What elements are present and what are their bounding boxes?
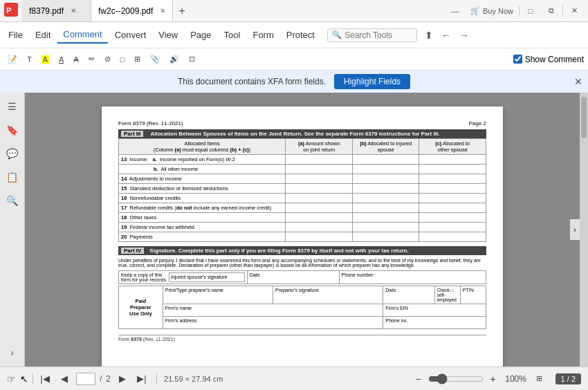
scroll-right-arrow[interactable]: › xyxy=(570,219,580,240)
back-button[interactable]: ← xyxy=(438,28,454,43)
next-page-button[interactable]: ▶ xyxy=(115,371,130,387)
forward-button[interactable]: → xyxy=(456,28,472,43)
preparer-date-cell: Date xyxy=(383,286,434,304)
sidebar-layers[interactable]: 📋 xyxy=(3,167,22,187)
xfa-close-button[interactable]: ✕ xyxy=(574,76,582,87)
new-tab-button[interactable]: + xyxy=(173,0,190,21)
sidebar-thumbnails[interactable]: ☰ xyxy=(3,97,22,116)
search-tools-input[interactable] xyxy=(344,30,412,40)
close-button[interactable]: ✕ xyxy=(564,1,584,21)
sticky-note-icon: 📝 xyxy=(8,55,17,64)
underline-icon: A xyxy=(59,55,64,64)
buyNow-label[interactable]: 🛒 Buy Now xyxy=(466,1,517,21)
fit-page-button[interactable]: ⊞ xyxy=(532,371,547,387)
zoom-in-button[interactable]: + xyxy=(486,372,500,386)
stamp-icon: ⊞ xyxy=(134,55,140,64)
menu-bar: File Edit Comment Convert View Page Tool… xyxy=(0,22,588,48)
part-iv-label: Part IV xyxy=(121,248,144,254)
zoom-out-button[interactable]: − xyxy=(412,372,425,386)
audio-btn[interactable]: 🔊 xyxy=(166,53,183,65)
erase-btn[interactable]: ⊘ xyxy=(101,53,114,65)
select-tool-icon[interactable]: ↖ xyxy=(20,373,28,384)
stamp-btn[interactable]: ⊞ xyxy=(131,53,144,65)
attach-btn[interactable]: 📎 xyxy=(147,53,163,65)
eraser-icon: ⊘ xyxy=(104,55,111,64)
show-comment-container: Show Comment xyxy=(513,55,584,64)
table-row: 15 Standard deduction or itemized deduct… xyxy=(119,184,486,194)
left-sidebar: ☰ 🔖 💬 📋 🔍 › xyxy=(0,93,25,366)
sig-date-label: Date xyxy=(250,272,260,277)
bottom-sep2 xyxy=(156,373,157,384)
text-comment-btn[interactable]: T xyxy=(24,54,35,65)
share-button[interactable]: ⬆ xyxy=(421,28,437,43)
ptin-cell: PTIN xyxy=(460,286,486,304)
menu-page[interactable]: Page xyxy=(185,27,217,43)
zoom-level-label: 100% xyxy=(503,374,529,384)
sidebar-search[interactable]: 🔍 xyxy=(3,191,22,210)
window-controls: — 🛒 Buy Now □ ⧉ ✕ xyxy=(445,1,584,21)
preparer-table: PaidPreparerUse Only Print/Type preparer… xyxy=(118,286,486,329)
highlight-icon: A xyxy=(42,55,49,64)
signature-table: Keep a copy of thisform for your records… xyxy=(118,270,486,284)
prev-page-button[interactable]: ◀ xyxy=(57,371,72,387)
menu-comment[interactable]: Comment xyxy=(57,26,107,44)
minimize-button[interactable]: — xyxy=(445,1,465,21)
menu-form[interactable]: Form xyxy=(247,27,279,43)
last-page-button[interactable]: ▶| xyxy=(134,371,149,387)
firm-ein-cell: Firm's EIN xyxy=(383,304,486,317)
menu-convert[interactable]: Convert xyxy=(109,27,152,43)
show-comment-label[interactable]: Show Comment xyxy=(525,55,584,64)
part-iv-header: Part IV Signature. Complete this part on… xyxy=(118,246,486,255)
comment-toolbar: 📝 T A A A ✏ ⊘ □ ⊞ 📎 🔊 ⊡ Show Comment xyxy=(0,48,588,71)
first-page-button[interactable]: |◀ xyxy=(37,371,53,387)
hand-tool-icon[interactable]: ☞ xyxy=(7,373,16,384)
sidebar-expand-arrow[interactable]: › xyxy=(3,343,22,362)
tab-f8379-close[interactable]: ✕ xyxy=(71,7,76,15)
table-row: 14 Adjustments to income xyxy=(119,174,486,184)
firm-address-label: Firm's address xyxy=(165,318,197,323)
firm-name-cell: Firm's name xyxy=(163,304,383,317)
svg-text:P: P xyxy=(6,6,11,15)
sidebar-bookmarks[interactable]: 🔖 xyxy=(3,120,22,140)
form-meta: Form 8379 (Rev. 11-2021) Page 2 xyxy=(118,120,486,127)
current-page-input[interactable]: 1 xyxy=(76,373,95,385)
zoom-controls: − + 100% ⊞ xyxy=(412,371,547,387)
spouse-sig-label: Injured spouse's signature xyxy=(171,275,228,279)
tab-f8379[interactable]: f8379.pdf ✕ xyxy=(22,0,91,21)
text-icon: T xyxy=(27,55,32,64)
col-header-a: Allocated Items(Column (a) must equal co… xyxy=(119,139,286,155)
table-row: 16 Nonrefundable credits xyxy=(119,194,486,203)
tab-fw2c-close[interactable]: ✕ xyxy=(160,7,165,15)
maximize-button[interactable]: ⧉ xyxy=(542,1,561,21)
sticky-note-btn[interactable]: 📝 xyxy=(4,53,21,65)
firm-phone-label: Phone no. xyxy=(385,318,407,323)
search-tools-box[interactable]: 🔍 xyxy=(327,28,417,42)
sidebar-comments[interactable]: 💬 xyxy=(3,144,22,163)
sig-date-cell: Date xyxy=(247,271,339,284)
page-counter-badge: 1 / 2 xyxy=(555,373,581,384)
zoom-slider[interactable] xyxy=(428,373,484,384)
shape-btn[interactable]: □ xyxy=(117,54,129,65)
xfa-notice-text: This document contains XFA form fields. xyxy=(178,77,326,86)
tab-fw2c-label: fw2c--2009.pdf xyxy=(98,6,153,16)
menu-view[interactable]: View xyxy=(153,27,183,43)
divider2 xyxy=(562,6,563,17)
preparer-sig-label: Preparer's signature xyxy=(275,288,319,292)
strikethrough-btn[interactable]: A xyxy=(70,54,82,65)
menu-tool[interactable]: Tool xyxy=(219,27,246,43)
show-comment-checkbox[interactable] xyxy=(513,55,522,64)
area-btn[interactable]: ⊡ xyxy=(185,53,199,65)
menu-edit[interactable]: Edit xyxy=(30,27,56,43)
drawing-btn[interactable]: ✏ xyxy=(85,53,98,65)
highlight-fields-button[interactable]: Highlight Fields xyxy=(334,74,410,89)
tab-fw2c[interactable]: fw2c--2009.pdf ✕ xyxy=(91,0,173,21)
sig-phone-cell: Phone number xyxy=(339,271,486,284)
right-scrollbar[interactable] xyxy=(580,93,588,366)
pdf-view[interactable]: Form 8379 (Rev. 11-2021) Page 2 Part III… xyxy=(25,93,580,366)
menu-protect[interactable]: Protect xyxy=(281,27,320,43)
underline-btn[interactable]: A xyxy=(55,54,67,65)
cart-icon: 🛒 xyxy=(470,6,480,15)
menu-file[interactable]: File xyxy=(3,27,28,43)
restore-button[interactable]: □ xyxy=(521,1,540,21)
highlight-btn[interactable]: A xyxy=(38,54,53,65)
